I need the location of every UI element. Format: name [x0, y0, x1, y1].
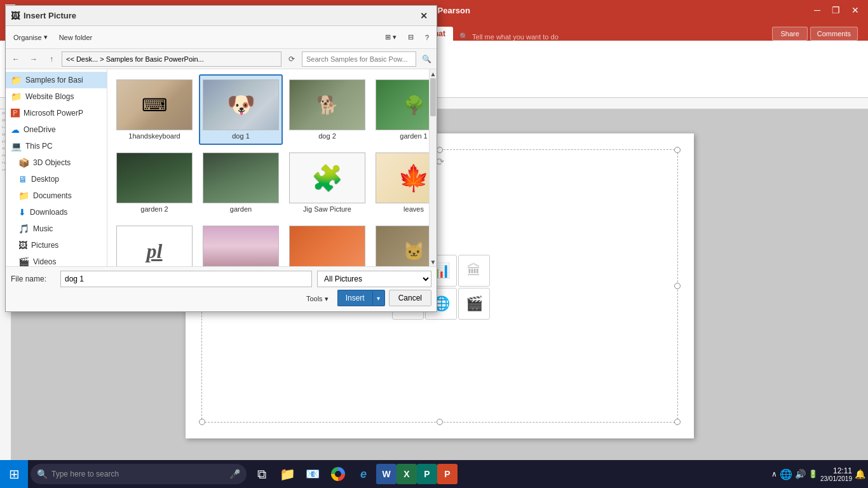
file-name-input[interactable]: [60, 271, 312, 287]
taskbar-right: ∧ 🌐 🔊 🔋 12:11 23/01/2019 🔔: [771, 466, 868, 482]
file-mountain[interactable]: [199, 220, 283, 266]
sidebar-item-onedrive[interactable]: ☁ OneDrive: [6, 121, 107, 138]
file-garden2[interactable]: garden 2: [112, 147, 196, 218]
handle-bm[interactable]: [437, 419, 443, 425]
organise-chevron: ▾: [44, 33, 48, 41]
file-type-dropdown[interactable]: All Pictures: [317, 271, 431, 287]
videos-icon: 🎬: [18, 257, 29, 266]
taskbar-powerpoint[interactable]: P: [437, 464, 458, 484]
split-view-btn[interactable]: ⊟: [403, 29, 419, 46]
handle-tr[interactable]: [674, 147, 681, 153]
file-dog1[interactable]: 🐶 dog 1: [199, 74, 283, 145]
taskbar-search[interactable]: 🔍 Type here to search 🎤: [31, 464, 247, 484]
cancel-btn[interactable]: Cancel: [389, 290, 431, 306]
file-leaves[interactable]: 🍁 leaves: [372, 147, 429, 218]
tell-me-label[interactable]: Tell me what you want to do: [472, 33, 559, 41]
start-button[interactable]: ⊞: [0, 460, 28, 488]
sidebar-item-music[interactable]: 🎵 Music: [6, 220, 107, 237]
tools-chevron: ▾: [325, 295, 329, 303]
file-jigsaw[interactable]: 🧩 Jig Saw Picture: [285, 147, 369, 218]
handle-tm[interactable]: [437, 147, 443, 153]
taskbar-word[interactable]: W: [376, 464, 397, 484]
volume-icon[interactable]: 🔊: [795, 469, 806, 479]
insert-video-btn[interactable]: 🎬: [458, 288, 490, 320]
insert-dropdown-btn[interactable]: ▾: [372, 290, 385, 306]
taskbar-publisher[interactable]: P: [417, 464, 437, 484]
comments-button[interactable]: Comments: [810, 27, 858, 41]
sidebar-item-pictures[interactable]: 🖼 Pictures: [6, 237, 107, 254]
nav-forward-btn[interactable]: →: [26, 51, 41, 67]
taskbar-chrome[interactable]: [325, 460, 351, 488]
tell-me-icon: 🔍: [459, 32, 468, 41]
taskbar-up-arrow[interactable]: ∧: [771, 470, 777, 478]
file-text[interactable]: pl: [112, 220, 196, 266]
clock-date: 23/01/2019: [820, 475, 852, 482]
sidebar-item-documents[interactable]: 📁 Documents: [6, 187, 107, 204]
minimize-btn[interactable]: ─: [810, 4, 824, 17]
dialog-title-controls: ✕: [416, 8, 431, 24]
sidebar-item-websites[interactable]: 📁 Website Blogs: [6, 88, 107, 105]
scrollbar-track: [430, 78, 437, 257]
file-1handskeyboard[interactable]: ⌨ 1handskeyboard: [112, 74, 196, 145]
file-cat[interactable]: 🐱: [372, 220, 429, 266]
sidebar-item-videos[interactable]: 🎬 Videos: [6, 254, 107, 266]
taskbar-taskview[interactable]: ⧉: [249, 460, 275, 488]
network-icon[interactable]: 🌐: [780, 468, 792, 480]
dialog-scrollbar: ▲ ▼: [429, 69, 437, 266]
share-button[interactable]: Share: [772, 27, 807, 41]
dialog-sidebar: 📁 Samples for Basi 📁 Website Blogs 🅿 Mic…: [6, 69, 107, 266]
tools-btn[interactable]: Tools ▾: [301, 290, 334, 308]
sidebar-item-samples[interactable]: 📁 Samples for Basi: [6, 72, 107, 88]
nav-path[interactable]: << Desk... > Samples for Basic PowerPoin…: [62, 51, 281, 67]
dialog-icon: 🖼: [11, 11, 20, 21]
view-menu-btn[interactable]: ⊞ ▾: [380, 29, 402, 46]
onedrive-icon: ☁: [11, 125, 20, 135]
restore-btn[interactable]: ❐: [828, 4, 844, 17]
new-folder-btn[interactable]: New folder: [54, 29, 98, 46]
websites-icon: 📁: [11, 92, 22, 102]
taskbar-explorer[interactable]: 📁: [275, 460, 300, 488]
organise-btn[interactable]: Organise ▾: [8, 29, 53, 46]
desktop-icon: 🖥: [18, 174, 27, 184]
file-garden[interactable]: garden: [199, 147, 283, 218]
dialog-files: ⌨ 1handskeyboard 🐶 dog 1: [107, 69, 429, 266]
taskbar-edge[interactable]: e: [351, 460, 376, 488]
dialog-bottom: File name: All Pictures Tools ▾ Insert ▾: [6, 266, 437, 311]
sidebar-item-downloads[interactable]: ⬇ Downloads: [6, 204, 107, 220]
nav-search-btn[interactable]: 🔍: [419, 51, 434, 67]
3dobjects-icon: 📦: [18, 158, 29, 168]
insert-smartart-btn[interactable]: 🏛: [458, 255, 490, 287]
handle-br[interactable]: [674, 419, 681, 425]
pictures-icon: 🖼: [18, 240, 27, 250]
clock-time: 12:11: [820, 466, 852, 475]
taskbar-excel[interactable]: X: [397, 464, 417, 484]
scrollbar-down-btn[interactable]: ▼: [430, 257, 437, 266]
sidebar-item-powerpoint[interactable]: 🅿 Microsoft PowerP: [6, 105, 107, 121]
taskbar-outlook[interactable]: 📧: [300, 460, 325, 488]
taskbar-clock[interactable]: 12:11 23/01/2019: [820, 466, 852, 482]
sidebar-item-3dobjects[interactable]: 📦 3D Objects: [6, 154, 107, 171]
handle-mr[interactable]: [674, 283, 681, 289]
nav-search-input[interactable]: [302, 51, 416, 67]
dialog-close-btn[interactable]: ✕: [416, 8, 431, 24]
insert-btn[interactable]: Insert: [337, 290, 372, 306]
close-btn[interactable]: ✕: [848, 4, 863, 17]
file-orange[interactable]: [285, 220, 369, 266]
nav-up-btn[interactable]: ↑: [44, 51, 59, 67]
battery-icon: 🔋: [808, 470, 818, 478]
insert-split: Insert ▾: [337, 290, 385, 308]
notification-icon[interactable]: 🔔: [855, 469, 865, 479]
sidebar-item-thispc[interactable]: 💻 This PC: [6, 138, 107, 154]
handle-bl[interactable]: [199, 419, 205, 425]
sidebar-item-desktop[interactable]: 🖥 Desktop: [6, 171, 107, 187]
file-area: ⌨ 1handskeyboard 🐶 dog 1: [107, 69, 437, 266]
file-garden1[interactable]: 🌳 garden 1: [372, 74, 429, 145]
scrollbar-up-btn[interactable]: ▲: [430, 69, 437, 78]
nav-refresh-btn[interactable]: ⟳: [284, 51, 299, 67]
mic-icon[interactable]: 🎤: [229, 469, 240, 479]
help-btn[interactable]: ?: [420, 29, 434, 46]
file-dog2[interactable]: 🐕 dog 2: [285, 74, 369, 145]
nav-back-btn[interactable]: ←: [8, 51, 24, 67]
scrollbar-thumb[interactable]: [430, 78, 436, 116]
insert-picture-dialog: 🖼 Insert Picture ✕ Organise ▾ New folder…: [5, 5, 437, 312]
